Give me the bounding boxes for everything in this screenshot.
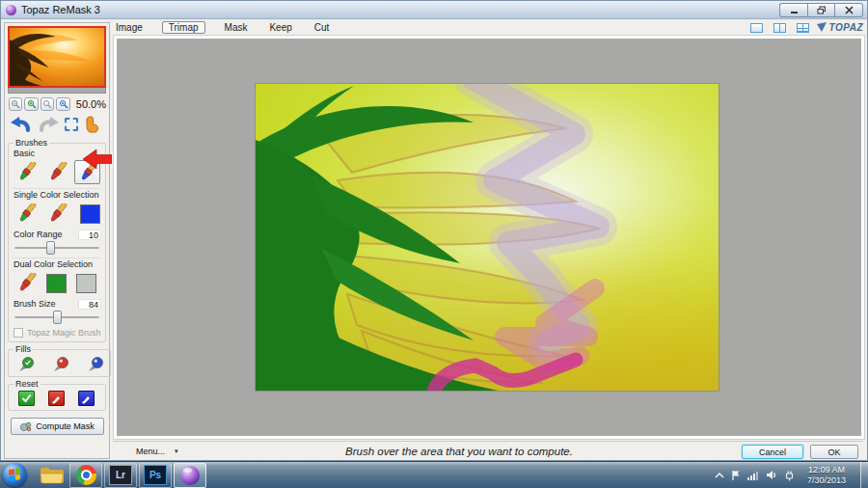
brush-size-label: Brush Size <box>14 299 56 309</box>
check-icon <box>21 393 32 403</box>
show-desktop-button[interactable] <box>860 462 868 488</box>
action-center-button[interactable] <box>731 470 741 481</box>
ok-button[interactable]: OK <box>810 445 858 459</box>
redo-button[interactable] <box>38 116 60 133</box>
green-fill-button[interactable] <box>16 356 35 372</box>
fills-group-title: Fills <box>14 344 33 354</box>
red-arrow-icon <box>83 149 112 169</box>
reset-compute-button[interactable] <box>78 391 95 406</box>
zoom-in-button[interactable] <box>24 97 38 111</box>
quad-view-icon[interactable] <box>797 23 809 33</box>
taskbar-chrome-button[interactable] <box>69 463 102 488</box>
dual-color-swatch-1[interactable] <box>46 274 67 293</box>
cancel-button[interactable]: Cancel <box>742 445 803 459</box>
tab-trimap[interactable]: Trimap <box>162 21 205 34</box>
pan-button[interactable] <box>84 116 98 133</box>
taskbar-explorer-button[interactable] <box>35 463 68 488</box>
undo-button[interactable] <box>10 116 32 133</box>
single-color-row <box>13 201 101 227</box>
brush-size-slider[interactable] <box>14 311 99 324</box>
close-button[interactable] <box>835 3 863 17</box>
topaz-swoosh-icon <box>817 22 827 33</box>
single-view-icon[interactable] <box>750 23 763 33</box>
power-button[interactable] <box>784 470 795 481</box>
single-keep-brush-button[interactable] <box>13 202 39 226</box>
reset-group-title: Reset <box>14 379 41 389</box>
dual-brush-icon <box>14 273 38 294</box>
zoom-fit-button[interactable] <box>41 97 54 111</box>
reset-keep-button[interactable] <box>18 391 35 406</box>
title-bar[interactable]: Topaz ReMask 3 <box>1 1 867 19</box>
red-brush-icon <box>45 203 68 225</box>
thumbnail-sunflower-image <box>10 28 104 86</box>
window-controls <box>779 3 863 17</box>
red-fill-button[interactable] <box>51 356 69 372</box>
menu-caret-icon[interactable]: ▾ <box>175 447 178 455</box>
photoshop-icon: Ps <box>144 465 167 485</box>
navigator-strip <box>8 88 106 94</box>
zoom-actual-button[interactable] <box>56 97 69 111</box>
navigator-thumbnail[interactable] <box>8 26 106 88</box>
basic-keep-brush-button[interactable] <box>13 160 39 184</box>
slider-thumb[interactable] <box>46 241 55 255</box>
dual-color-swatch-2[interactable] <box>76 274 96 293</box>
clock-date: 7/30/2013 <box>807 475 846 486</box>
marquee-icon <box>65 118 78 131</box>
brush-size-value[interactable]: 84 <box>78 299 101 310</box>
chrome-icon <box>76 465 96 485</box>
system-tray: 12:09 AM 7/30/2013 <box>715 462 868 488</box>
tab-keep[interactable]: Keep <box>266 22 294 33</box>
dual-color-brush-button[interactable] <box>13 271 39 295</box>
slider-thumb[interactable] <box>53 311 62 324</box>
fills-row <box>13 354 106 373</box>
minimize-icon <box>790 6 799 14</box>
split-view-icon[interactable] <box>773 23 786 33</box>
tab-mask[interactable]: Mask <box>222 22 251 33</box>
undo-icon <box>10 116 32 133</box>
network-button[interactable] <box>747 470 759 480</box>
tool-buttons <box>8 113 106 136</box>
magic-brush-checkbox[interactable] <box>14 328 23 338</box>
status-hint-text: Brush over the area that you want to com… <box>229 446 690 457</box>
close-icon <box>845 6 854 14</box>
zoom-level-value: 50.0% <box>76 98 106 110</box>
menu-button[interactable]: Menu... <box>136 447 165 456</box>
compute-mask-label: Compute Mask <box>36 421 95 431</box>
volume-button[interactable] <box>766 470 777 480</box>
compute-mask-button[interactable]: Compute Mask <box>11 418 104 435</box>
redo-icon <box>38 116 60 133</box>
reset-cut-button[interactable] <box>48 391 65 406</box>
zoom-controls: 50.0% <box>9 97 106 111</box>
desktop: Topaz ReMask 3 Image Trimap Mask Keep Cu… <box>0 0 868 488</box>
flag-icon <box>731 470 741 481</box>
trimap-image[interactable] <box>256 84 719 391</box>
taskbar-lightroom-button[interactable]: Lr <box>104 463 137 488</box>
taskbar-topaz-remask-button[interactable] <box>174 463 206 488</box>
zoom-in-icon <box>27 99 37 109</box>
single-color-swatch[interactable] <box>80 204 100 224</box>
zoom-out-button[interactable] <box>9 97 22 111</box>
power-plug-icon <box>784 470 795 481</box>
taskbar-clock[interactable]: 12:09 AM 7/30/2013 <box>807 465 846 486</box>
topaz-logo: TOPAZ <box>817 22 863 33</box>
restore-button[interactable] <box>807 3 835 17</box>
hidden-icons-button[interactable] <box>715 472 724 479</box>
basic-cut-brush-button[interactable] <box>43 160 69 184</box>
color-range-slider[interactable] <box>14 241 99 255</box>
tab-image[interactable]: Image <box>113 22 146 33</box>
marquee-select-button[interactable] <box>65 118 78 131</box>
color-range-value[interactable]: 10 <box>78 230 101 240</box>
brushes-group-title: Brushes <box>14 138 49 148</box>
single-cut-brush-button[interactable] <box>43 202 69 226</box>
tab-cut[interactable]: Cut <box>312 22 333 33</box>
windows-flag-icon <box>9 468 20 481</box>
green-fill-icon <box>16 356 35 372</box>
blue-fill-icon <box>86 356 104 372</box>
windows-taskbar: Lr Ps 12:09 AM 7/30/2013 <box>0 461 868 488</box>
canvas-area[interactable] <box>117 39 861 436</box>
color-range-row: Color Range 10 <box>13 229 101 240</box>
minimize-button[interactable] <box>779 3 807 17</box>
taskbar-photoshop-button[interactable]: Ps <box>139 463 172 488</box>
blue-fill-button[interactable] <box>86 356 104 372</box>
start-button[interactable] <box>3 463 27 487</box>
